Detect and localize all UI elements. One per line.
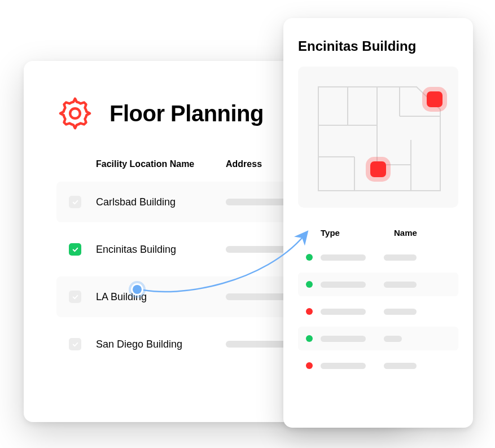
facility-name: San Diego Building [96,339,226,350]
name-placeholder [384,336,402,342]
type-placeholder [321,254,366,261]
detail-row[interactable] [298,327,458,350]
detail-row[interactable] [298,300,458,323]
status-dot [306,281,313,288]
gear-icon [56,95,94,132]
floorplan-marker[interactable] [427,91,443,107]
floorplan-marker[interactable] [370,161,386,177]
status-dot [306,362,313,369]
type-placeholder [321,336,366,342]
type-placeholder [321,309,366,315]
floorplan-preview[interactable] [298,67,458,208]
name-placeholder [384,363,417,369]
detail-row[interactable] [298,354,458,377]
facility-name: Encinitas Building [96,244,226,256]
detail-table: Type Name [298,228,458,377]
detail-column-type: Type [321,228,394,238]
type-placeholder [321,363,366,369]
type-placeholder [321,282,366,288]
detail-row[interactable] [298,273,458,296]
column-header-name: Facility Location Name [96,159,226,169]
status-dot [306,335,313,342]
facility-checkbox[interactable] [69,291,81,303]
facility-name: LA Building [96,291,226,303]
detail-table-header: Type Name [298,228,458,238]
status-dot [306,254,313,261]
facility-name: Carlsbad Building [96,196,226,208]
detail-column-name: Name [394,228,458,238]
svg-point-0 [70,108,80,118]
detail-row[interactable] [298,245,458,269]
name-placeholder [384,309,417,315]
status-dot [306,308,313,315]
facility-checkbox[interactable] [69,243,81,256]
detail-title: Encinitas Building [298,38,458,54]
detail-table-body [298,245,458,377]
name-placeholder [384,254,417,261]
page-title: Floor Planning [109,101,264,126]
name-placeholder [384,282,417,288]
facility-checkbox[interactable] [69,338,81,350]
connector-origin-dot [131,283,143,296]
building-detail-card: Encinitas Building Type Name [283,18,473,428]
facility-checkbox[interactable] [69,196,81,208]
